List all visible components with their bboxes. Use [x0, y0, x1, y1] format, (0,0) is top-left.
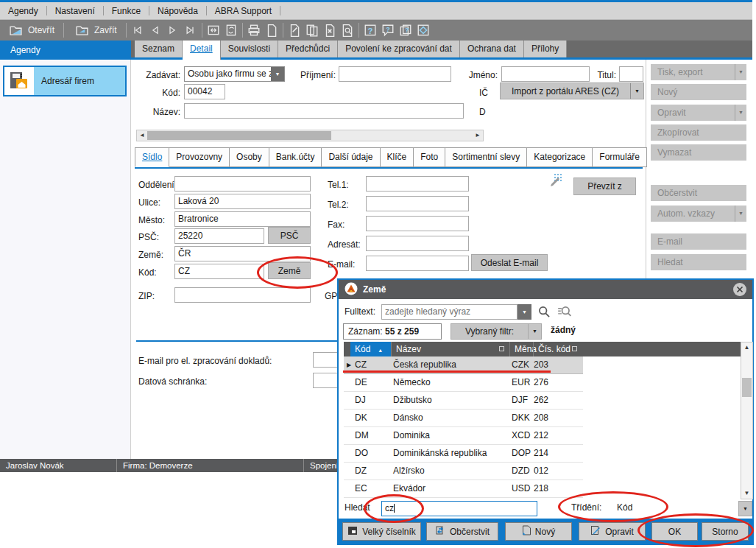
- zeme-kod-field[interactable]: CZ: [174, 264, 264, 279]
- ulice-field[interactable]: Laková 20: [174, 194, 311, 209]
- help-icon[interactable]: ?: [361, 21, 379, 39]
- menu-napoveda[interactable]: Nápověda: [149, 2, 206, 20]
- sidebar-item-adresar-firem[interactable]: Adresář firem: [3, 66, 127, 96]
- send-email-button[interactable]: Odeslat E-mail: [471, 254, 548, 271]
- refresh-button[interactable]: Občerstvit: [651, 185, 746, 201]
- edit-item-button[interactable]: Opravit: [579, 522, 646, 541]
- search-options-icon[interactable]: [557, 305, 571, 321]
- tab-souvislosti[interactable]: Souvislosti: [221, 41, 278, 57]
- close-icon[interactable]: [733, 283, 746, 296]
- search-icon[interactable]: [537, 305, 551, 321]
- table-row[interactable]: DO Dominikánská republika DOP 214: [344, 445, 583, 463]
- copy-document-icon[interactable]: [303, 21, 321, 39]
- jmeno-field[interactable]: [501, 66, 590, 82]
- scroll-left-icon[interactable]: ◄: [137, 130, 147, 141]
- prijmeni-field[interactable]: [339, 66, 451, 82]
- first-record-button[interactable]: [129, 21, 146, 39]
- tel1-field[interactable]: [366, 176, 469, 192]
- open-button[interactable]: Otevřít: [0, 21, 61, 39]
- edit-record-button[interactable]: Opravit▼: [651, 105, 746, 121]
- selected-filter-button[interactable]: Vybraný filtr:: [451, 323, 529, 340]
- column-options-icon[interactable]: [572, 346, 577, 351]
- chevron-down-icon[interactable]: ▼: [528, 323, 542, 340]
- copy-record-button[interactable]: Zkopírovat: [651, 124, 746, 141]
- psc-field[interactable]: 25220: [174, 228, 264, 244]
- settings-diamond-icon[interactable]: [414, 21, 432, 39]
- fax-field[interactable]: [366, 216, 469, 231]
- titul-field[interactable]: [619, 66, 643, 82]
- oddeleni-field[interactable]: [174, 176, 311, 192]
- tab-prilohy[interactable]: Přílohy: [524, 41, 567, 57]
- subtab-dalsi-udaje[interactable]: Další údaje: [322, 147, 380, 167]
- chevron-down-icon[interactable]: ▼: [735, 206, 746, 222]
- last-record-button[interactable]: [182, 21, 199, 39]
- column-header-kod[interactable]: Kód▲: [350, 342, 391, 356]
- column-header-mena[interactable]: Měna: [509, 342, 533, 356]
- adresat-field[interactable]: [366, 236, 469, 251]
- zadavat-select[interactable]: Osobu jako firmu se založením osoby▼: [184, 66, 285, 82]
- help-context-icon[interactable]: ?: [397, 21, 414, 39]
- chevron-down-icon[interactable]: ▼: [630, 83, 643, 99]
- tel2-field[interactable]: [366, 196, 469, 211]
- new-document-icon[interactable]: [263, 21, 280, 39]
- help-bubble-icon[interactable]: ?: [379, 21, 397, 39]
- menu-funkce[interactable]: Funkce: [104, 2, 149, 20]
- tab-ochrana-dat[interactable]: Ochrana dat: [460, 41, 524, 57]
- close-button[interactable]: Zavřít: [66, 21, 124, 39]
- table-row[interactable]: DJ Džibutsko DJF 262: [344, 392, 583, 410]
- chevron-down-icon[interactable]: ▼: [738, 501, 752, 516]
- chevron-down-icon[interactable]: ▼: [735, 64, 746, 80]
- print-icon[interactable]: [245, 21, 263, 39]
- menu-agendy[interactable]: Agendy: [0, 2, 46, 20]
- menu-abra-support[interactable]: ABRA Support: [207, 2, 280, 20]
- subtab-sortimentni-slevy[interactable]: Sortimentní slevy: [445, 147, 527, 167]
- tab-povoleni[interactable]: Povolení ke zpracování dat: [338, 41, 460, 57]
- scrollbar-thumb[interactable]: [147, 131, 331, 140]
- tab-predchudci[interactable]: Předchůdci: [278, 41, 338, 57]
- next-record-button[interactable]: [164, 21, 182, 39]
- psc-lookup-button[interactable]: PSČ: [268, 227, 311, 244]
- tab-detail[interactable]: Detail: [183, 41, 221, 60]
- subtab-bank-ucty[interactable]: Bank.účty: [269, 147, 322, 167]
- email-button[interactable]: E-mail: [651, 233, 746, 250]
- new-item-button[interactable]: Nový: [505, 522, 572, 541]
- subtab-sidlo[interactable]: Sídlo: [135, 147, 169, 167]
- refresh-view-icon[interactable]: [222, 21, 240, 39]
- table-row[interactable]: DZ Alžírsko DZD 012: [344, 463, 583, 480]
- table-row[interactable]: DM Dominika XCD 212: [344, 427, 583, 445]
- print-export-button[interactable]: Tisk, export▼: [651, 64, 746, 80]
- subtab-kategorizace[interactable]: Kategorizace: [527, 147, 593, 167]
- chevron-down-icon[interactable]: ▼: [735, 105, 746, 121]
- table-row[interactable]: DE Německo EUR 276: [344, 374, 583, 392]
- column-header-nazev[interactable]: Název: [391, 342, 509, 356]
- subtab-foto[interactable]: Foto: [414, 147, 445, 167]
- kod-field[interactable]: 00042: [184, 84, 225, 99]
- chevron-down-icon[interactable]: ▼: [271, 67, 284, 81]
- ares-import-button[interactable]: Import z portálu ARES (CZ) ▼: [500, 82, 644, 99]
- mesto-field[interactable]: Bratronice: [174, 211, 311, 227]
- refresh-list-button[interactable]: Občerstvit: [426, 522, 498, 541]
- delete-document-icon[interactable]: [321, 21, 339, 39]
- vertical-scrollbar[interactable]: ▲ ▼: [741, 342, 753, 499]
- scroll-right-icon[interactable]: ►: [473, 130, 483, 141]
- auto-messages-button[interactable]: Autom. vzkazy▼: [651, 206, 746, 222]
- tab-seznam[interactable]: Seznam: [135, 41, 183, 57]
- big-codebook-button[interactable]: Velký číselník: [342, 522, 421, 541]
- previous-record-button[interactable]: [146, 21, 164, 39]
- subtab-provozovny[interactable]: Provozovny: [169, 147, 230, 167]
- nazev-field[interactable]: [184, 103, 464, 119]
- column-options-icon[interactable]: [499, 346, 504, 351]
- table-row[interactable]: DK Dánsko DKK 208: [344, 410, 583, 427]
- chevron-down-icon[interactable]: ▼: [517, 304, 531, 320]
- subtab-klice[interactable]: Klíče: [381, 147, 414, 167]
- menu-nastaveni[interactable]: Nastavení: [47, 2, 103, 20]
- scrollbar-thumb[interactable]: [742, 378, 752, 397]
- edit-document-icon[interactable]: [286, 21, 303, 39]
- fulltext-input[interactable]: zadejte hledaný výraz: [381, 304, 517, 320]
- delete-record-button[interactable]: Vymazat: [651, 144, 746, 161]
- prevzit-z-button[interactable]: Převzít z: [573, 178, 636, 195]
- subtab-formulare[interactable]: Formuláře: [593, 147, 647, 167]
- preview-document-icon[interactable]: [339, 21, 356, 39]
- new-record-button[interactable]: Nový: [651, 84, 746, 100]
- scroll-up-icon[interactable]: ▲: [741, 342, 752, 353]
